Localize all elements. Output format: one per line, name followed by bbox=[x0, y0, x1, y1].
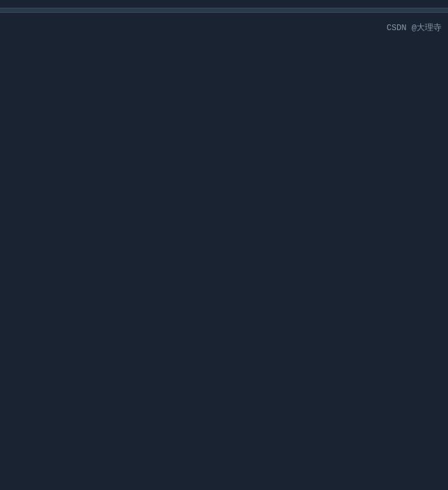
section-divider bbox=[0, 8, 448, 13]
code-editor: CSDN @大理寺 bbox=[0, 0, 448, 37]
top-section bbox=[0, 0, 448, 8]
watermark-bar: CSDN @大理寺 bbox=[0, 21, 448, 37]
watermark-text: CSDN @大理寺 bbox=[386, 22, 442, 35]
bottom-section bbox=[0, 13, 448, 21]
